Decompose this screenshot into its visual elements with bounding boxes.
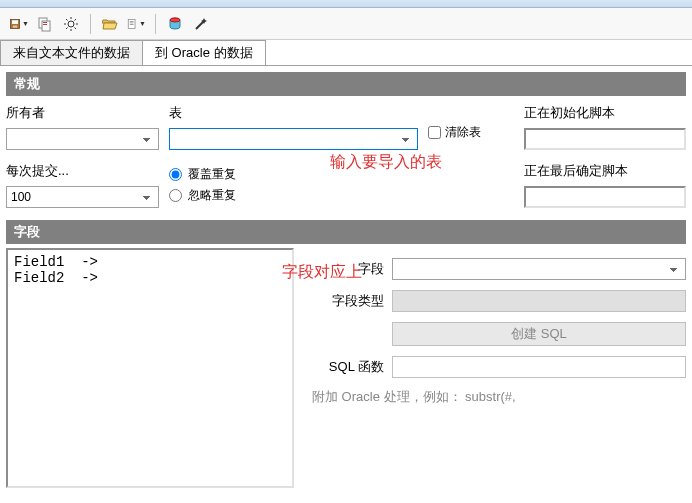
- svg-line-14: [66, 27, 68, 29]
- owner-combo[interactable]: [6, 128, 159, 150]
- section-header-fields: 字段: [6, 220, 686, 244]
- svg-rect-17: [130, 20, 134, 21]
- window-titlebar: [0, 0, 692, 8]
- create-sql-button[interactable]: 创建 SQL: [392, 322, 686, 346]
- toolbar-separator: [155, 14, 156, 34]
- svg-rect-19: [130, 24, 134, 25]
- tab-bar: 来自文本文件的数据 到 Oracle 的数据: [0, 40, 692, 66]
- dropdown-arrow-icon: ▼: [22, 20, 29, 27]
- document-icon[interactable]: ▼: [125, 13, 147, 35]
- field-label: 字段: [304, 260, 384, 278]
- svg-point-21: [170, 18, 180, 22]
- field-type-display: [392, 290, 686, 312]
- clear-table-label: 清除表: [445, 124, 481, 141]
- tab-to-oracle[interactable]: 到 Oracle 的数据: [142, 40, 266, 65]
- sun-icon[interactable]: [60, 13, 82, 35]
- dropdown-arrow-icon: ▼: [139, 20, 146, 27]
- svg-line-13: [75, 27, 77, 29]
- sql-func-input[interactable]: [392, 356, 686, 378]
- sql-func-label: SQL 函数: [304, 358, 384, 376]
- owner-label: 所有者: [6, 104, 159, 122]
- wand-icon[interactable]: [190, 13, 212, 35]
- folder-open-icon[interactable]: [99, 13, 121, 35]
- final-script-input[interactable]: [524, 186, 686, 208]
- clear-table-checkbox[interactable]: [428, 126, 441, 139]
- commit-label: 每次提交...: [6, 162, 159, 180]
- field-combo[interactable]: [392, 258, 686, 280]
- overwrite-dup-label: 覆盖重复: [188, 166, 236, 183]
- section-header-general: 常规: [6, 72, 686, 96]
- field-type-label: 字段类型: [304, 292, 384, 310]
- init-script-input[interactable]: [524, 128, 686, 150]
- sql-func-hint: 附加 Oracle 处理，例如： substr(#,: [304, 388, 686, 406]
- table-combo[interactable]: [169, 128, 418, 150]
- commit-combo[interactable]: 100: [6, 186, 159, 208]
- general-form: 所有者 表 清除表 正在初始化脚本: [6, 104, 686, 150]
- svg-line-22: [196, 21, 204, 29]
- tab-from-text-file[interactable]: 来自文本文件的数据: [0, 40, 143, 65]
- svg-rect-2: [13, 25, 18, 27]
- svg-rect-6: [43, 24, 47, 25]
- copy-icon[interactable]: [34, 13, 56, 35]
- init-script-label: 正在初始化脚本: [524, 104, 686, 122]
- fields-list[interactable]: Field1 -> Field2 ->: [6, 248, 294, 488]
- svg-line-12: [66, 19, 68, 21]
- svg-rect-18: [130, 22, 134, 23]
- svg-rect-5: [43, 22, 47, 23]
- content-area: 常规 所有者 表 清除表 正在初始化脚本 每次提交... 100: [0, 66, 692, 494]
- overwrite-dup-radio[interactable]: [169, 168, 182, 181]
- ignore-dup-label: 忽略重复: [188, 187, 236, 204]
- svg-line-15: [75, 19, 77, 21]
- save-icon[interactable]: ▼: [8, 13, 30, 35]
- svg-point-7: [68, 21, 74, 27]
- toolbar: ▼ ▼: [0, 8, 692, 40]
- final-script-label: 正在最后确定脚本: [524, 162, 686, 180]
- table-label: 表: [169, 104, 418, 122]
- svg-rect-1: [12, 20, 18, 24]
- database-icon[interactable]: [164, 13, 186, 35]
- ignore-dup-radio[interactable]: [169, 189, 182, 202]
- toolbar-separator: [90, 14, 91, 34]
